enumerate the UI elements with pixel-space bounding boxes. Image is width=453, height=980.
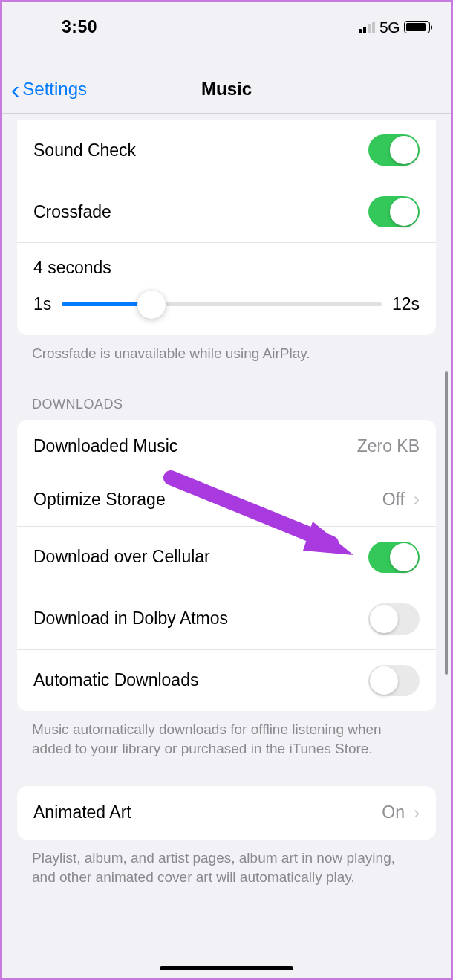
chevron-right-icon: ›: [414, 802, 420, 823]
animated-art-row[interactable]: Animated Art On ›: [17, 786, 436, 840]
downloads-header: DOWNLOADS: [2, 370, 451, 420]
animated-art-label: Animated Art: [33, 802, 131, 822]
sound-check-toggle[interactable]: [368, 134, 420, 166]
auto-downloads-toggle[interactable]: [368, 665, 420, 696]
sound-check-row: Sound Check: [17, 120, 436, 181]
crossfade-toggle[interactable]: [368, 196, 420, 227]
status-indicators: 5G: [359, 19, 430, 36]
downloads-footer: Music automatically downloads for offlin…: [2, 711, 451, 765]
download-cellular-row: Download over Cellular: [17, 527, 436, 588]
crossfade-label: Crossfade: [33, 202, 111, 222]
animated-art-value: On: [382, 802, 405, 822]
chevron-right-icon: ›: [414, 489, 420, 510]
battery-icon: [404, 21, 430, 33]
optimize-storage-value: Off: [382, 490, 405, 510]
chevron-left-icon: ‹: [11, 82, 19, 97]
download-dolby-label: Download in Dolby Atmos: [33, 609, 228, 629]
download-dolby-toggle[interactable]: [368, 603, 420, 635]
download-cellular-toggle[interactable]: [368, 542, 420, 573]
downloaded-music-row[interactable]: Downloaded Music Zero KB: [17, 420, 436, 473]
optimize-storage-label: Optimize Storage: [33, 490, 166, 510]
cellular-signal-icon: [359, 22, 375, 33]
slider-thumb[interactable]: [137, 291, 166, 319]
slider-max-label: 12s: [392, 294, 420, 314]
auto-downloads-label: Automatic Downloads: [33, 670, 198, 690]
slider-min-label: 1s: [33, 294, 51, 314]
scroll-indicator[interactable]: [445, 371, 448, 675]
optimize-storage-row[interactable]: Optimize Storage Off ›: [17, 473, 436, 527]
crossfade-slider-row: 4 seconds 1s 12s: [17, 243, 436, 335]
crossfade-row: Crossfade: [17, 181, 436, 243]
back-label: Settings: [22, 79, 87, 100]
status-bar: 3:50 5G: [2, 2, 451, 46]
nav-header: ‹ Settings Music: [2, 46, 451, 114]
animated-art-group: Animated Art On ›: [17, 786, 436, 840]
crossfade-footer: Crossfade is unavailable while using Air…: [2, 335, 451, 370]
sound-check-label: Sound Check: [33, 140, 136, 160]
crossfade-slider[interactable]: [62, 302, 382, 306]
animated-art-footer: Playlist, album, and artist pages, album…: [2, 840, 451, 894]
crossfade-duration-label: 4 seconds: [33, 258, 420, 278]
download-dolby-row: Download in Dolby Atmos: [17, 588, 436, 650]
status-time: 3:50: [23, 17, 97, 37]
downloaded-music-value: Zero KB: [357, 436, 420, 456]
download-cellular-label: Download over Cellular: [33, 547, 210, 567]
downloaded-music-label: Downloaded Music: [33, 436, 177, 456]
downloads-group: Downloaded Music Zero KB Optimize Storag…: [17, 420, 436, 711]
home-indicator[interactable]: [160, 966, 293, 970]
playback-group: Sound Check Crossfade 4 seconds 1s 12s: [17, 120, 436, 335]
auto-downloads-row: Automatic Downloads: [17, 650, 436, 711]
back-button[interactable]: ‹ Settings: [11, 79, 87, 100]
network-type: 5G: [379, 19, 400, 36]
